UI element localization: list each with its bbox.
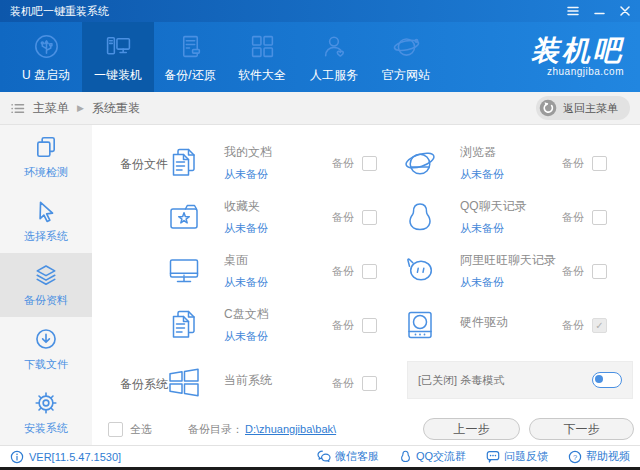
status-links: 微信客服 QQ交流群 问题反馈 bbox=[317, 449, 630, 464]
version-text: VER[11.5.47.1530] bbox=[29, 451, 121, 463]
back-button-label: 返回主菜单 bbox=[563, 101, 618, 116]
sidebar-item-choose-system[interactable]: 选择系统 bbox=[0, 189, 92, 253]
breadcrumb-root[interactable]: 主菜单 bbox=[33, 100, 69, 117]
hard-drive-icon bbox=[402, 307, 438, 343]
item-status[interactable]: 从未备份 bbox=[460, 167, 504, 182]
qq-group-link[interactable]: QQ交流群 bbox=[399, 449, 466, 464]
backup-checkbox[interactable] bbox=[362, 210, 377, 225]
nav-official-site[interactable]: 官方网站 bbox=[370, 22, 442, 92]
cursor-icon bbox=[34, 199, 58, 223]
server-icon bbox=[177, 33, 204, 60]
help-videos-link[interactable]: ? 帮助视频 bbox=[568, 449, 630, 464]
item-name: 当前系统 bbox=[224, 372, 272, 389]
select-all-checkbox[interactable] bbox=[108, 422, 123, 437]
next-step-button[interactable]: 下一步 bbox=[529, 418, 634, 440]
sidebar-item-env-check[interactable]: 环境检测 bbox=[0, 125, 92, 189]
sidebar-label: 下载文件 bbox=[24, 357, 68, 372]
item-status[interactable]: 从未备份 bbox=[224, 275, 268, 290]
item-status[interactable]: 从未备份 bbox=[224, 221, 268, 236]
backup-dir-link[interactable]: D:\zhuangjiba\bak\ bbox=[245, 423, 336, 435]
minimize-icon[interactable] bbox=[594, 6, 605, 16]
backup-label: 备份 bbox=[562, 318, 584, 333]
globe-icon bbox=[393, 33, 420, 60]
item-status[interactable]: 从未备份 bbox=[460, 275, 556, 290]
backup-checkbox[interactable] bbox=[592, 318, 607, 333]
breadcrumb-bar: 主菜单 ▶ 系统重装 返回主菜单 bbox=[0, 92, 640, 125]
status-link-label: 问题反馈 bbox=[504, 449, 548, 464]
sidebar-item-backup-data[interactable]: 备份资料 bbox=[0, 253, 92, 317]
top-nav: U 盘启动 一键装机 备份/还原 bbox=[0, 22, 640, 92]
computer-icon bbox=[105, 33, 132, 60]
backup-item-browser: 浏览器 从未备份 备份 bbox=[392, 137, 607, 189]
wangwang-bubble-icon bbox=[402, 253, 438, 289]
backup-item-aliwangwang-chat: 阿里旺旺聊天记录 从未备份 备份 bbox=[392, 245, 607, 297]
chevron-right-icon: ▶ bbox=[77, 103, 84, 113]
return-main-menu-button[interactable]: 返回主菜单 bbox=[536, 96, 630, 120]
item-status[interactable]: 从未备份 bbox=[224, 167, 272, 182]
backup-checkbox[interactable] bbox=[592, 156, 607, 171]
list-icon bbox=[10, 101, 25, 116]
nav-usb-boot[interactable]: U 盘启动 bbox=[10, 22, 82, 92]
wechat-icon bbox=[317, 450, 331, 463]
backup-checkbox[interactable] bbox=[592, 264, 607, 279]
nav-backup-restore[interactable]: 备份/还原 bbox=[154, 22, 226, 92]
item-name: 我的文档 bbox=[224, 144, 272, 161]
status-link-label: 微信客服 bbox=[335, 449, 379, 464]
backup-item-qq-chat: QQ聊天记录 从未备份 备份 bbox=[392, 191, 607, 243]
item-status[interactable]: 从未备份 bbox=[460, 221, 527, 236]
nav-one-key-install[interactable]: 一键装机 bbox=[82, 22, 154, 92]
backup-checkbox[interactable] bbox=[362, 264, 377, 279]
chat-bubble-icon bbox=[486, 450, 500, 463]
backup-item-my-documents: 我的文档 从未备份 备份 bbox=[156, 137, 377, 189]
nav-software-collection[interactable]: 软件大全 bbox=[226, 22, 298, 92]
backup-checkbox[interactable] bbox=[362, 156, 377, 171]
antivirus-toggle[interactable] bbox=[592, 372, 622, 388]
item-name: 桌面 bbox=[224, 252, 268, 269]
backup-dir-label: 备份目录： bbox=[188, 422, 243, 437]
sidebar-label: 选择系统 bbox=[24, 229, 68, 244]
nav-label: U 盘启动 bbox=[22, 67, 70, 84]
backup-item-current-system: 当前系统 备份 bbox=[156, 357, 377, 409]
backup-checkbox[interactable] bbox=[362, 376, 377, 391]
previous-step-button[interactable]: 上一步 bbox=[423, 418, 520, 440]
sidebar-label: 环境检测 bbox=[24, 165, 68, 180]
backup-panel: 备份文件 我的文档 从未备份 备份 bbox=[92, 125, 640, 445]
close-icon[interactable] bbox=[620, 6, 630, 16]
brand-name: 装机吧 bbox=[531, 37, 624, 65]
sidebar-label: 安装系统 bbox=[24, 421, 68, 436]
nav-label: 一键装机 bbox=[94, 67, 142, 84]
backup-label: 备份 bbox=[332, 210, 354, 225]
backup-checkbox[interactable] bbox=[592, 210, 607, 225]
status-link-label: QQ交流群 bbox=[416, 449, 466, 464]
status-bar: VER[11.5.47.1530] 微信客服 QQ交流群 bbox=[0, 445, 640, 467]
window-title: 装机吧一键重装系统 bbox=[10, 4, 109, 19]
nav-human-service[interactable]: 人工服务 bbox=[298, 22, 370, 92]
titlebar: 装机吧一键重装系统 bbox=[0, 0, 640, 22]
item-name: 硬件驱动 bbox=[460, 314, 508, 331]
item-status[interactable]: 从未备份 bbox=[224, 329, 269, 344]
app-window: 装机吧一键重装系统 U 盘启动 bbox=[0, 0, 640, 470]
svg-text:?: ? bbox=[573, 452, 577, 461]
wechat-support-link[interactable]: 微信客服 bbox=[317, 449, 379, 464]
backup-label: 备份 bbox=[332, 156, 354, 171]
qq-icon bbox=[399, 450, 412, 463]
toggle-knob bbox=[595, 375, 603, 383]
sidebar-item-download-files[interactable]: 下载文件 bbox=[0, 317, 92, 381]
back-arrow-icon bbox=[539, 99, 557, 117]
question-icon: ? bbox=[568, 450, 582, 464]
sidebar-item-install-system[interactable]: 安装系统 bbox=[0, 381, 92, 445]
layers-icon bbox=[34, 263, 58, 287]
backup-label: 备份 bbox=[332, 264, 354, 279]
gear-icon bbox=[34, 391, 58, 415]
menu-icon[interactable] bbox=[567, 6, 579, 16]
backup-checkbox[interactable] bbox=[362, 318, 377, 333]
browser-icon bbox=[402, 145, 438, 181]
item-name: QQ聊天记录 bbox=[460, 198, 527, 215]
feedback-link[interactable]: 问题反馈 bbox=[486, 449, 548, 464]
select-all-label: 全选 bbox=[130, 422, 152, 437]
documents-icon bbox=[166, 307, 202, 343]
windows-logo-icon bbox=[166, 365, 202, 401]
grid-icon bbox=[249, 33, 276, 60]
folder-star-icon bbox=[166, 199, 202, 235]
item-name: 收藏夹 bbox=[224, 198, 268, 215]
